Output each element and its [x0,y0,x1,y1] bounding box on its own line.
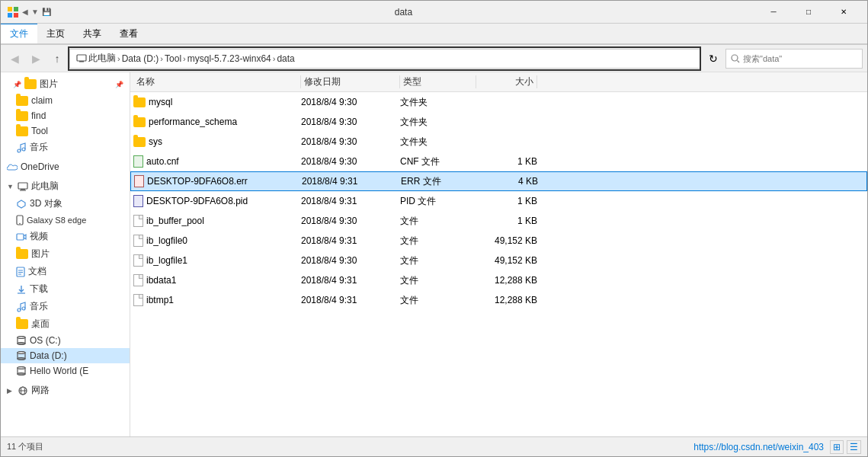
file-name: ib_logfile1 [146,255,187,266]
sidebar-item-claim[interactable]: claim [1,93,130,108]
file-row[interactable]: performance_schema 2018/8/4 9:30 文件夹 [130,112,867,132]
path-part-pc: 此电脑 [76,52,116,65]
sidebar-label: 文档 [28,265,46,278]
refresh-button[interactable]: ↻ [704,50,722,68]
file-row[interactable]: DESKTOP-9DFA6O8.pid 2018/8/4 9:31 PID 文件… [130,191,867,211]
sidebar-label: OneDrive [21,161,59,172]
file-date: 2018/8/4 9:30 [301,136,400,147]
file-row[interactable]: mysql 2018/8/4 9:30 文件夹 [130,92,867,112]
sidebar-item-pictures-pc[interactable]: 图片 [1,245,130,263]
drive-icon [16,336,27,345]
maximize-button[interactable]: □ [791,1,826,24]
file-row[interactable]: sys 2018/8/4 9:30 文件夹 [130,132,867,152]
window-title: data [51,7,756,18]
file-name: DESKTOP-9DFA6O8.err [147,176,248,187]
svg-rect-12 [20,190,26,190]
file-row[interactable]: ib_logfile1 2018/8/4 9:30 文件 49,152 KB [130,251,867,270]
file-size: 1 KB [476,216,537,226]
title-bar-icons: ◀ ▼ 💾 [7,6,51,18]
ribbon-tabs: 文件 主页 共享 查看 [1,24,867,44]
address-bar: ◀ ▶ ↑ 此电脑 › Data (D:) › Tool › mysql-5.7… [1,45,867,72]
sidebar-label: 此电脑 [31,180,59,193]
file-name: ibdata1 [146,275,176,286]
sidebar-item-hello-world[interactable]: Hello World (E [1,363,130,379]
window-icon [7,6,19,18]
col-header-type[interactable]: 类型 [400,75,476,88]
view-list-button[interactable]: ☰ [847,440,861,454]
quick-access-save: 💾 [42,8,51,16]
minimize-button[interactable]: ─ [756,1,791,24]
svg-rect-11 [21,189,25,190]
svg-point-8 [18,149,21,152]
sidebar-item-os-c[interactable]: OS (C:) [1,333,130,348]
sidebar-item-music-pc[interactable]: 音乐 [1,298,130,315]
sidebar-item-network[interactable]: ▶ 网路 [1,382,130,399]
tab-file[interactable]: 文件 [1,24,37,43]
search-input[interactable] [743,54,834,63]
file-row[interactable]: DESKTOP-9DFA6O8.err 2018/8/4 9:31 ERR 文件… [130,171,867,191]
sidebar-item-onedrive[interactable]: OneDrive [1,159,130,174]
file-row[interactable]: ibdata1 2018/8/4 9:31 文件 12,288 KB [130,270,867,290]
sidebar-item-galaxy[interactable]: Galaxy S8 edge [1,213,130,228]
sidebar-label: 视频 [30,230,48,243]
file-date: 2018/8/4 9:31 [302,176,401,187]
sidebar-label: 网路 [31,384,50,397]
search-icon [731,54,740,63]
sidebar-item-data-d[interactable]: Data (D:) [1,348,130,363]
sidebar-item-this-pc[interactable]: ▼ 此电脑 [1,177,130,195]
phone-icon [16,215,24,225]
pid-icon [133,195,143,207]
sidebar-item-video[interactable]: 视频 [1,228,130,245]
tab-share[interactable]: 共享 [74,24,111,43]
back-button[interactable]: ◀ [5,50,24,68]
file-size: 4 KB [477,176,538,187]
path-part-tool: Tool [165,53,181,64]
file-type: 文件 [400,254,476,267]
sidebar-label: 图片 [40,78,58,91]
sidebar-item-3d[interactable]: 3D 对象 [1,195,130,213]
forward-button[interactable]: ▶ [27,50,45,68]
file-name: auto.cnf [146,156,179,167]
file-row[interactable]: ib_logfile0 2018/8/4 9:31 文件 49,152 KB [130,231,867,251]
path-sep-4: › [273,54,276,63]
view-grid-button[interactable]: ⊞ [830,440,844,454]
file-date: 2018/8/4 9:30 [301,117,400,127]
sidebar-item-docs[interactable]: 文档 [1,263,130,280]
file-row[interactable]: auto.cnf 2018/8/4 9:30 CNF 文件 1 KB [130,152,867,171]
tab-home[interactable]: 主页 [37,24,74,43]
svg-rect-3 [14,13,18,18]
sidebar-item-desktop[interactable]: 桌面 [1,315,130,333]
close-button[interactable]: ✕ [826,1,861,24]
sidebar: 📌 图片 📌 claim find Tool 音乐 [1,72,130,436]
file-date: 2018/8/4 9:30 [301,216,400,226]
sidebar-item-pictures-fav[interactable]: 📌 图片 📌 [1,75,130,93]
file-size: 12,288 KB [476,275,537,286]
file-row[interactable]: ib_buffer_pool 2018/8/4 9:30 文件 1 KB [130,211,867,231]
file-type: 文件夹 [400,136,476,149]
up-button[interactable]: ↑ [48,50,66,68]
file-name: ib_logfile0 [146,235,187,246]
file-type: ERR 文件 [401,175,477,188]
tab-view[interactable]: 查看 [111,24,147,43]
file-icon [133,254,143,267]
svg-rect-15 [17,234,24,240]
sidebar-label: claim [31,95,53,106]
sidebar-item-find[interactable]: find [1,108,130,123]
sidebar-item-music-fav[interactable]: 音乐 [1,139,130,156]
sidebar-item-tool[interactable]: Tool [1,123,130,139]
window-controls: ─ □ ✕ [756,1,861,24]
path-sep-3: › [183,54,186,63]
file-name: mysql [149,97,172,107]
svg-rect-0 [8,7,12,11]
sidebar-item-downloads[interactable]: 下载 [1,280,130,298]
file-list-header: 名称 修改日期 类型 大小 [130,72,867,92]
address-path[interactable]: 此电脑 › Data (D:) › Tool › mysql-5.7.23-wi… [69,49,701,69]
folder-icon [16,249,28,259]
file-row[interactable]: ibtmp1 2018/8/4 9:31 文件 12,288 KB [130,290,867,310]
col-header-name[interactable]: 名称 [133,75,301,88]
file-size: 1 KB [476,156,537,167]
col-header-size[interactable]: 大小 [476,75,537,88]
col-header-date[interactable]: 修改日期 [301,75,400,88]
folder-icon [133,137,146,147]
path-part-data-d: Data (D:) [122,53,159,64]
